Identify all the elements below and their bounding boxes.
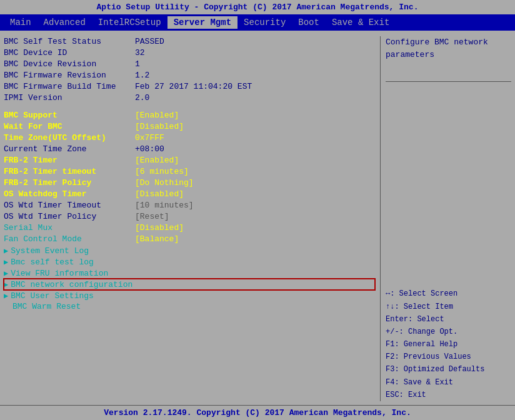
info-value-3: 1.2 bbox=[135, 71, 149, 81]
submenu-item-2[interactable]: ▶View FRU information bbox=[4, 268, 375, 279]
info-row-16: OS Wtd Timer Policy[Reset] bbox=[4, 211, 375, 222]
submenu-label-1: Bmc self test log bbox=[11, 258, 94, 267]
key-help-row-5: F2: Previous Values bbox=[386, 351, 511, 363]
info-row-18: Fan Control Mode[Balance] bbox=[4, 234, 375, 245]
info-row-11: FRB-2 Timer[Enabled] bbox=[4, 155, 375, 166]
info-value-7: [Enabled] bbox=[135, 111, 179, 121]
info-value-14: [Disabled] bbox=[135, 189, 184, 199]
info-label-13: FRB-2 Timer Policy bbox=[4, 178, 135, 188]
menu-item-boot[interactable]: Boot bbox=[292, 16, 326, 29]
info-label-9: Time Zone(UTC Offset) bbox=[4, 133, 135, 143]
info-row-9: Time Zone(UTC Offset)0x7FFF bbox=[4, 132, 375, 144]
menu-item-server-mgmt[interactable]: Server Mgmt bbox=[168, 16, 238, 29]
key-help-row-2: Enter: Select bbox=[386, 314, 511, 326]
help-divider bbox=[386, 81, 511, 82]
submenu-arrow-1: ▶ bbox=[4, 258, 8, 267]
key-help-row-7: F4: Save & Exit bbox=[386, 377, 511, 389]
menu-item-save--exit[interactable]: Save & Exit bbox=[326, 16, 396, 29]
submenu-arrow-2: ▶ bbox=[4, 269, 8, 278]
footer-text: Version 2.17.1249. Copyright (C) 2017 Am… bbox=[104, 408, 411, 418]
submenu-label-4: BMC User Settings bbox=[11, 291, 94, 301]
info-row-17: Serial Mux[Disabled] bbox=[4, 222, 375, 234]
info-label-8: Wait For BMC bbox=[4, 122, 135, 132]
info-label-2: BMC Device Revision bbox=[4, 59, 135, 69]
submenu-arrow-4: ▶ bbox=[4, 291, 8, 301]
info-row-0: BMC Self Test StatusPASSED bbox=[4, 36, 375, 48]
info-row-3: BMC Firmware Revision1.2 bbox=[4, 70, 375, 81]
key-help-row-1: ↑↓: Select Item bbox=[386, 301, 511, 313]
title-bar: Aptio Setup Utility - Copyright (C) 2017… bbox=[0, 0, 515, 14]
submenu-item-4[interactable]: ▶BMC User Settings bbox=[4, 290, 375, 301]
info-label-11: FRB-2 Timer bbox=[4, 156, 135, 166]
info-value-15: [10 minutes] bbox=[135, 201, 194, 211]
info-label-3: BMC Firmware Revision bbox=[4, 71, 135, 81]
info-row-8: Wait For BMC[Disabled] bbox=[4, 121, 375, 132]
submenu-label-3: BMC network configuration bbox=[11, 280, 132, 289]
info-row-15: OS Wtd Timer Timeout[10 minutes] bbox=[4, 200, 375, 211]
submenu-label-2: View FRU information bbox=[11, 269, 108, 278]
extra-label-0: BMC Warm Reset bbox=[4, 302, 135, 312]
info-label-18: Fan Control Mode bbox=[4, 234, 135, 244]
info-label-14: OS Watchdog Timer bbox=[4, 189, 135, 199]
info-value-9: 0x7FFF bbox=[135, 133, 164, 143]
info-row-7: BMC Support[Enabled] bbox=[4, 110, 375, 121]
menu-bar: MainAdvancedIntelRCSetupServer MgmtSecur… bbox=[0, 14, 515, 31]
left-panel: BMC Self Test StatusPASSEDBMC Device ID3… bbox=[4, 36, 375, 401]
info-label-12: FRB-2 Timer timeout bbox=[4, 167, 135, 177]
info-row-1: BMC Device ID32 bbox=[4, 48, 375, 59]
info-value-1: 32 bbox=[135, 48, 145, 58]
info-value-13: [Do Nothing] bbox=[135, 178, 194, 188]
info-value-16: [Reset] bbox=[135, 212, 169, 222]
key-help-row-6: F3: Optimized Defaults bbox=[386, 364, 511, 376]
info-value-0: PASSED bbox=[135, 37, 164, 47]
submenu-label-0: System Event Log bbox=[11, 246, 89, 256]
info-value-11: [Enabled] bbox=[135, 156, 179, 166]
info-label-0: BMC Self Test Status bbox=[4, 37, 135, 47]
menu-item-advanced[interactable]: Advanced bbox=[38, 16, 92, 29]
help-text: Configure BMC network parameters bbox=[386, 36, 511, 74]
menu-item-main[interactable]: Main bbox=[4, 16, 38, 29]
title-text: Aptio Setup Utility - Copyright (C) 2017… bbox=[97, 2, 419, 12]
submenu-item-3[interactable]: ▶BMC network configuration bbox=[4, 279, 375, 290]
info-row-5: IPMI Version2.0 bbox=[4, 92, 375, 104]
key-help: ↔: Select Screen↑↓: Select ItemEnter: Se… bbox=[386, 288, 511, 401]
info-value-8: [Disabled] bbox=[135, 122, 184, 132]
submenu-item-1[interactable]: ▶Bmc self test log bbox=[4, 256, 375, 268]
info-label-16: OS Wtd Timer Policy bbox=[4, 212, 135, 222]
footer: Version 2.17.1249. Copyright (C) 2017 Am… bbox=[0, 405, 515, 420]
info-row-4: BMC Firmware Build TimeFeb 27 2017 11:04… bbox=[4, 81, 375, 92]
info-label-4: BMC Firmware Build Time bbox=[4, 82, 135, 92]
submenu-arrow-0: ▶ bbox=[4, 246, 8, 256]
extra-item-0: BMC Warm Reset bbox=[4, 301, 375, 312]
info-row-2: BMC Device Revision1 bbox=[4, 59, 375, 70]
info-label-10: Current Time Zone bbox=[4, 144, 135, 154]
info-label-5: IPMI Version bbox=[4, 93, 135, 103]
info-label-15: OS Wtd Timer Timeout bbox=[4, 201, 135, 211]
info-label-1: BMC Device ID bbox=[4, 48, 135, 58]
submenu-item-0[interactable]: ▶System Event Log bbox=[4, 245, 375, 256]
app: Aptio Setup Utility - Copyright (C) 2017… bbox=[0, 0, 515, 420]
info-value-5: 2.0 bbox=[135, 93, 149, 103]
info-value-12: [6 minutes] bbox=[135, 167, 189, 177]
menu-item-intelrcsetup[interactable]: IntelRCSetup bbox=[92, 16, 168, 29]
menu-item-security[interactable]: Security bbox=[238, 16, 292, 29]
key-help-row-3: +/-: Change Opt. bbox=[386, 326, 511, 338]
info-row-12: FRB-2 Timer timeout[6 minutes] bbox=[4, 166, 375, 178]
info-value-17: [Disabled] bbox=[135, 223, 184, 233]
key-help-row-4: F1: General Help bbox=[386, 339, 511, 351]
spacer-row-6 bbox=[4, 104, 375, 110]
key-help-row-0: ↔: Select Screen bbox=[386, 288, 511, 300]
info-label-17: Serial Mux bbox=[4, 223, 135, 233]
info-value-10: +08:00 bbox=[135, 144, 164, 154]
key-help-row-8: ESC: Exit bbox=[386, 389, 511, 401]
submenu-arrow-3: ▶ bbox=[4, 280, 8, 289]
info-row-14: OS Watchdog Timer[Disabled] bbox=[4, 189, 375, 200]
info-row-10: Current Time Zone+08:00 bbox=[4, 144, 375, 155]
right-panel: Configure BMC network parameters ↔: Sele… bbox=[380, 36, 511, 401]
info-row-13: FRB-2 Timer Policy[Do Nothing] bbox=[4, 178, 375, 189]
info-value-18: [Balance] bbox=[135, 234, 179, 244]
info-value-2: 1 bbox=[135, 59, 140, 69]
info-value-4: Feb 27 2017 11:04:20 EST bbox=[135, 82, 252, 92]
info-label-7: BMC Support bbox=[4, 111, 135, 121]
main-content: BMC Self Test StatusPASSEDBMC Device ID3… bbox=[0, 31, 515, 405]
